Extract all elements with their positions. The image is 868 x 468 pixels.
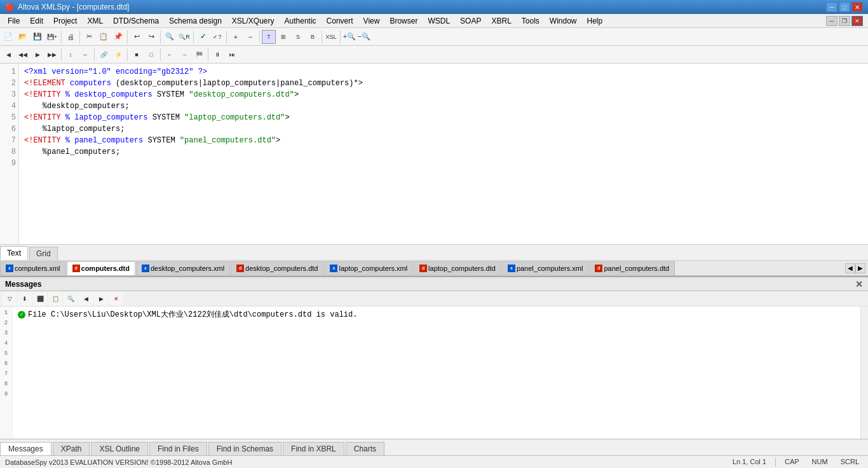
- tb2-btn7[interactable]: 🔗: [97, 48, 111, 62]
- doc-tab-panel-dtd[interactable]: d panel_computers.dtd: [589, 261, 675, 275]
- schema-view-button[interactable]: S: [291, 30, 305, 44]
- tab-xpath[interactable]: XPath: [53, 442, 90, 455]
- tab-find-schemas[interactable]: Find in Schemas: [208, 442, 281, 455]
- menu-help[interactable]: Help: [582, 15, 608, 27]
- tb2-btn10[interactable]: □: [144, 48, 158, 62]
- tb2-btn8[interactable]: ⚡: [111, 48, 125, 62]
- validation-text: File C:\Users\Liu\Desktop\XML大作业\2122刘佳成…: [28, 309, 357, 320]
- tb2-btn11[interactable]: ←: [163, 48, 177, 62]
- tb2-btn1[interactable]: ◀: [1, 48, 15, 62]
- save-button[interactable]: 💾: [31, 30, 44, 44]
- inner-restore-button[interactable]: ❐: [839, 16, 850, 26]
- menu-xbrl[interactable]: XBRL: [486, 15, 516, 27]
- collapse-button[interactable]: −: [243, 30, 257, 44]
- menu-file[interactable]: File: [3, 15, 25, 27]
- tb2-btn3[interactable]: ▶: [31, 48, 44, 62]
- tab-messages[interactable]: Messages: [0, 442, 51, 455]
- menu-tools[interactable]: Tools: [517, 15, 545, 27]
- tb2-btn4[interactable]: ▶▶: [45, 48, 59, 62]
- menu-authentic[interactable]: Authentic: [280, 15, 322, 27]
- undo-button[interactable]: ↩: [130, 30, 144, 44]
- menu-soap[interactable]: SOAP: [455, 15, 486, 27]
- validation-message: ✓ File C:\Users\Liu\Desktop\XML大作业\2122刘…: [18, 309, 855, 320]
- ok-icon: ✓: [18, 311, 25, 319]
- doc-tab-laptop-dtd[interactable]: d laptop_computers.dtd: [414, 261, 501, 275]
- msg-clear-button[interactable]: ✕: [109, 292, 123, 306]
- replace-button[interactable]: 🔍R: [177, 30, 191, 44]
- menu-schema-design[interactable]: Schema design: [164, 15, 227, 27]
- expand-button[interactable]: +: [229, 30, 243, 44]
- menu-xml[interactable]: XML: [82, 15, 108, 27]
- tb2-btn6[interactable]: ↔: [78, 48, 92, 62]
- app-title: Altova XMLSpy - [computers.dtd]: [18, 3, 129, 11]
- redo-button[interactable]: ↪: [144, 30, 158, 44]
- menu-project[interactable]: Project: [48, 15, 82, 27]
- doc-tab-panel-xml[interactable]: x panel_computers.xml: [502, 261, 589, 275]
- doc-tab-desktop-xml[interactable]: x desktop_computers.xml: [136, 261, 230, 275]
- menu-edit[interactable]: Edit: [25, 15, 48, 27]
- tb2-btn14[interactable]: ⏸: [210, 48, 224, 62]
- toolbar-main: 📄 📂 💾 💾+ 🖨 ✂ 📋 📌 ↩ ↪ 🔍 🔍R ✓ ✓? + − T ⊞ S…: [0, 28, 868, 46]
- status-cap: CAP: [781, 458, 803, 467]
- tab-xsl-outline[interactable]: XSL Outline: [91, 442, 148, 455]
- tab-text[interactable]: Text: [0, 246, 28, 260]
- menu-xsl-xquery[interactable]: XSL/XQuery: [227, 15, 280, 27]
- close-button[interactable]: ✕: [851, 2, 863, 12]
- tab-find-files[interactable]: Find in Files: [149, 442, 207, 455]
- msg-tb-btn2[interactable]: ⬇: [18, 292, 32, 306]
- open-button[interactable]: 📂: [16, 30, 30, 44]
- msg-tb-btn7[interactable]: ▶: [94, 292, 108, 306]
- doc-tab-laptop-xml[interactable]: x laptop_computers.xml: [324, 261, 413, 275]
- tab-grid[interactable]: Grid: [29, 247, 58, 260]
- menu-wsdl[interactable]: WSDL: [423, 15, 455, 27]
- zoom-out-button[interactable]: −🔍: [357, 30, 371, 44]
- xslt-button[interactable]: XSL: [324, 30, 338, 44]
- find-button[interactable]: 🔍: [163, 30, 177, 44]
- menu-view[interactable]: View: [358, 15, 385, 27]
- inner-close-button[interactable]: ✕: [851, 16, 863, 26]
- menu-browser[interactable]: Browser: [384, 15, 423, 27]
- new-button[interactable]: 📄: [1, 30, 15, 44]
- msg-tb-btn5[interactable]: 🔍: [64, 292, 78, 306]
- doc-tab-computers-dtd[interactable]: d computers.dtd: [67, 261, 135, 275]
- tb2-btn2[interactable]: ◀◀: [16, 48, 30, 62]
- tb2-btn13[interactable]: 🏁: [192, 48, 206, 62]
- validate-button[interactable]: ✓: [196, 30, 210, 44]
- doc-tab-computers-xml[interactable]: x computers.xml: [0, 261, 66, 275]
- inner-min-button[interactable]: ─: [826, 16, 837, 26]
- tb2-btn9[interactable]: ■: [130, 48, 144, 62]
- paste-button[interactable]: 📌: [111, 30, 125, 44]
- msg-tb-btn3[interactable]: ⬛: [33, 292, 47, 306]
- print-button[interactable]: 🖨: [64, 30, 78, 44]
- code-line-1: <?xml version="1.0" encoding="gb2312" ?>: [24, 66, 863, 78]
- save-all-button[interactable]: 💾+: [45, 30, 59, 44]
- doc-tab-next[interactable]: ▶: [855, 263, 865, 273]
- menu-dtd-schema[interactable]: DTD/Schema: [108, 15, 164, 27]
- tb2-btn5[interactable]: ↕: [64, 48, 78, 62]
- tab-find-xbrl[interactable]: Find in XBRL: [283, 442, 344, 455]
- menu-convert[interactable]: Convert: [322, 15, 358, 27]
- minimize-button[interactable]: ─: [826, 2, 837, 12]
- menu-window[interactable]: Window: [545, 15, 582, 27]
- check-wf-button[interactable]: ✓?: [210, 30, 224, 44]
- tb2-btn15[interactable]: ⏭: [225, 48, 239, 62]
- doc-tab-prev[interactable]: ◀: [845, 263, 855, 273]
- msg-tb-btn4[interactable]: 📋: [48, 292, 62, 306]
- tb2-btn12[interactable]: →: [177, 48, 191, 62]
- tab-charts[interactable]: Charts: [346, 442, 384, 455]
- messages-close-button[interactable]: ✕: [855, 280, 863, 289]
- text-view-button[interactable]: T: [262, 30, 276, 44]
- grid-view-button[interactable]: ⊞: [276, 30, 290, 44]
- cut-button[interactable]: ✂: [82, 30, 96, 44]
- msg-tb-btn1[interactable]: ▽: [3, 292, 17, 306]
- code-line-8: %panel_computers;: [24, 146, 863, 158]
- code-editor[interactable]: <?xml version="1.0" encoding="gb2312" ?>…: [19, 64, 868, 244]
- maximize-button[interactable]: □: [839, 2, 850, 12]
- doc-tab-desktop-dtd[interactable]: d desktop_computers.dtd: [231, 261, 323, 275]
- zoom-in-button[interactable]: +🔍: [342, 30, 356, 44]
- copy-button[interactable]: 📋: [97, 30, 111, 44]
- msg-tb-btn6[interactable]: ◀: [79, 292, 93, 306]
- messages-scrollbar[interactable]: [860, 306, 868, 439]
- gutter-6: 6: [0, 359, 12, 369]
- browser-view-button[interactable]: B: [306, 30, 320, 44]
